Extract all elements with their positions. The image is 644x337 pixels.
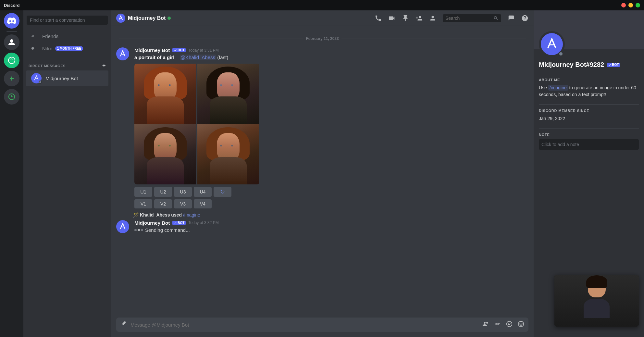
about-link: /imagine [548, 85, 568, 91]
dm-avatar-midjourney [31, 73, 42, 83]
header-bot-avatar [116, 14, 125, 23]
about-me-text: Use /imagine to generate an image in und… [539, 84, 639, 98]
main-chat-area: Midjourney Bot [111, 10, 534, 337]
image-cell-4[interactable] [197, 124, 259, 184]
attach-file-button[interactable] [120, 320, 127, 329]
upscale-4-button[interactable]: U4 [194, 187, 212, 197]
note-input[interactable]: Click to add a note [539, 139, 639, 150]
member-since-section: DISCORD MEMBER SINCE Jan 29, 2022 [539, 109, 639, 122]
image-cell-1[interactable] [134, 64, 196, 124]
about-me-section: ABOUT ME Use /imagine to generate an ima… [539, 78, 639, 98]
member-since-date: Jan 29, 2022 [539, 115, 639, 122]
message-input[interactable] [130, 319, 482, 331]
about-me-title: ABOUT ME [539, 78, 639, 82]
about-prefix: Use [539, 85, 547, 90]
date-divider-text: February 11, 2023 [306, 36, 339, 41]
minimize-btn[interactable] [628, 3, 633, 7]
server-icon-1[interactable] [4, 34, 19, 50]
dm-sidebar: Find or start a conversation Friends Nit… [23, 10, 111, 337]
gif-icon[interactable] [494, 320, 501, 329]
window-controls [621, 3, 640, 7]
sending-text: Sending command... [145, 227, 190, 234]
help-button[interactable] [521, 15, 528, 22]
emoji-icon[interactable] [517, 320, 525, 329]
sidebar-nav: Friends Nitro 1 MONTH FREE [23, 27, 111, 57]
explore-servers-button[interactable] [4, 89, 19, 105]
profile-body: Midjourney Bot#9282 BOT ABOUT ME Use /im… [534, 49, 644, 161]
server-rail: + [0, 10, 23, 337]
friends-icon [31, 32, 38, 40]
chat-input-icons [482, 320, 525, 329]
image-grid[interactable] [134, 64, 259, 184]
search-box[interactable] [443, 14, 501, 22]
video-head [588, 278, 606, 297]
upscale-2-button[interactable]: U2 [154, 187, 172, 197]
date-divider: February 11, 2023 [111, 34, 534, 44]
pin-button[interactable] [402, 15, 409, 22]
variation-3-button[interactable]: V3 [174, 199, 192, 208]
system-message: 🪄 Khalid_Abess used /imagine [111, 211, 534, 219]
add-dm-button[interactable]: + [102, 62, 106, 69]
titlebar: Discord [0, 0, 644, 10]
search-input[interactable] [445, 16, 491, 21]
server-icon-openai[interactable] [4, 53, 19, 68]
profile-divider-1 [539, 74, 639, 74]
image-cell-3[interactable] [134, 124, 196, 184]
dm-name-midjourney: Midjourney Bot [45, 76, 78, 81]
nitro-nav-item[interactable]: Nitro 1 MONTH FREE [26, 42, 108, 55]
friends-nav-item[interactable]: Friends [26, 30, 108, 42]
dm-midjourney-bot[interactable]: Midjourney Bot [26, 70, 108, 86]
profile-name-row: Midjourney Bot#9282 BOT [539, 61, 639, 69]
variation-4-button[interactable]: V4 [194, 199, 212, 208]
video-button[interactable] [388, 15, 395, 22]
message-content-2: Midjourney Bot BOT Today at 3:32 PM [134, 220, 528, 234]
svg-point-0 [10, 39, 13, 43]
video-content [554, 275, 639, 327]
profile-header [534, 10, 644, 49]
profile-button[interactable] [429, 15, 436, 22]
svg-point-1 [8, 57, 15, 64]
find-conversation-input[interactable]: Find or start a conversation [27, 16, 108, 25]
bot-badge-1: BOT [172, 48, 186, 52]
chat-input-box [116, 318, 528, 332]
message-mention: @Khalid_Abess [180, 55, 216, 60]
video-hair [586, 275, 607, 288]
call-button[interactable] [375, 15, 382, 22]
member-since-title: DISCORD MEMBER SINCE [539, 109, 639, 113]
upscale-3-button[interactable]: U3 [174, 187, 192, 197]
sticker-icon[interactable] [506, 320, 513, 329]
chat-messages: February 11, 2023 Midjourney Bot BOT [111, 26, 534, 318]
refresh-button[interactable]: ↻ [214, 187, 231, 197]
image-cell-2[interactable] [197, 64, 259, 124]
maximize-btn[interactable] [636, 3, 640, 7]
profile-name: Midjourney Bot#9282 [539, 61, 604, 69]
server-divider [6, 31, 17, 32]
sending-indicator [134, 229, 143, 231]
message-timestamp-2: Today at 3:32 PM [188, 220, 218, 225]
system-message-prefix: 🪄 Khalid_Abess used /imagine [133, 212, 200, 218]
slash-command: /imagine [183, 212, 200, 218]
search-area: Find or start a conversation [23, 10, 111, 27]
upscale-1-button[interactable]: U1 [134, 187, 152, 197]
close-btn[interactable] [621, 3, 626, 7]
video-person [577, 278, 616, 323]
variation-2-button[interactable]: V2 [154, 199, 172, 208]
message-group-1: Midjourney Bot BOT Today at 3:31 PM a po… [111, 46, 534, 210]
message-text-1: a portrait of a girl – @Khalid_Abess (fa… [134, 54, 528, 61]
variation-1-button[interactable]: V1 [134, 199, 152, 208]
status-indicator [39, 81, 42, 84]
chat-input-area [111, 318, 534, 337]
profile-status-dot [558, 51, 564, 56]
discord-home-button[interactable] [4, 13, 19, 29]
message-timestamp-1: Today at 3:31 PM [188, 48, 218, 53]
note-title: NOTE [539, 133, 639, 137]
message-avatar-2 [116, 220, 129, 233]
app-title: Discord [4, 3, 19, 8]
add-friend-button[interactable] [415, 15, 423, 22]
message-avatar-1 [116, 47, 129, 60]
nitro-badge: 1 MONTH FREE [55, 46, 83, 51]
people-icon[interactable] [482, 320, 489, 329]
inbox-button[interactable] [508, 15, 515, 22]
add-server-button[interactable]: + [4, 71, 19, 86]
message-content-1: Midjourney Bot BOT Today at 3:31 PM a po… [134, 47, 528, 208]
